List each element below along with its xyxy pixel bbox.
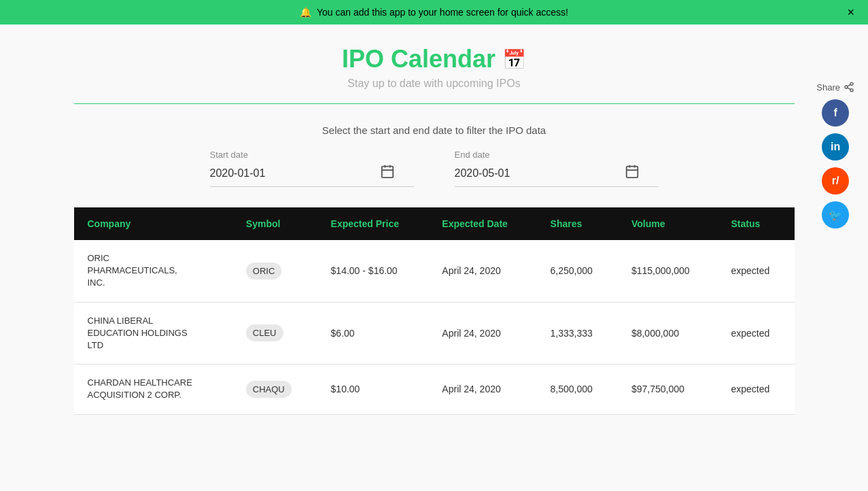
main-content: IPO Calendar 📅 Stay up to date with upco… — [60, 24, 808, 435]
filter-section: Select the start and end date to filter … — [74, 124, 795, 187]
svg-line-11 — [848, 88, 851, 90]
col-expected-date: Expected Date — [428, 207, 536, 240]
share-text: Share — [816, 82, 840, 92]
table-row: ORIC PHARMACEUTICALS, INC. ORIC $14.00 -… — [74, 240, 795, 302]
cell-company: CHARDAN HEALTHCARE ACQUISITION 2 CORP. — [74, 365, 232, 414]
cell-volume: $115,000,000 — [618, 240, 718, 302]
facebook-share-button[interactable]: f — [822, 99, 849, 126]
twitter-share-button[interactable]: 🐦 — [822, 201, 849, 228]
twitter-icon: 🐦 — [829, 209, 842, 222]
cell-company: CHINA LIBERAL EDUCATION HOLDINGS LTD — [74, 302, 232, 365]
divider — [74, 103, 795, 104]
cell-shares: 1,333,333 — [537, 302, 618, 365]
col-symbol: Symbol — [232, 207, 317, 240]
cell-symbol: CLEU — [232, 302, 317, 365]
share-label: Share — [816, 82, 854, 92]
table-row: CHARDAN HEALTHCARE ACQUISITION 2 CORP. C… — [74, 365, 795, 414]
end-date-calendar-icon[interactable] — [625, 164, 640, 182]
cell-shares: 8,500,000 — [537, 365, 618, 414]
cell-expected-date: April 24, 2020 — [428, 302, 536, 365]
end-date-input[interactable] — [455, 167, 625, 180]
facebook-icon: f — [833, 107, 837, 119]
start-date-wrapper — [210, 164, 414, 187]
linkedin-icon: in — [831, 141, 840, 153]
page-header: IPO Calendar 📅 Stay up to date with upco… — [74, 45, 795, 90]
linkedin-share-button[interactable]: in — [822, 133, 849, 160]
col-volume: Volume — [618, 207, 718, 240]
start-date-calendar-icon[interactable] — [380, 164, 395, 182]
svg-rect-0 — [381, 167, 393, 177]
svg-point-10 — [850, 89, 853, 92]
notification-message: You can add this app to your home screen… — [317, 7, 568, 18]
notification-banner: 🔔 You can add this app to your home scre… — [0, 0, 868, 24]
cell-company: ORIC PHARMACEUTICALS, INC. — [74, 240, 232, 302]
cell-symbol: CHAQU — [232, 365, 317, 414]
svg-line-12 — [848, 84, 851, 86]
cell-volume: $8,000,000 — [618, 302, 718, 365]
page-title: IPO Calendar 📅 — [342, 45, 526, 73]
col-shares: Shares — [537, 207, 618, 240]
page-subtitle: Stay up to date with upcoming IPOs — [74, 78, 795, 90]
start-date-label: Start date — [210, 150, 248, 160]
start-date-input[interactable] — [210, 167, 380, 180]
svg-rect-4 — [626, 167, 638, 177]
svg-point-9 — [845, 86, 848, 88]
col-status: Status — [717, 207, 794, 240]
cell-volume: $97,750,000 — [618, 365, 718, 414]
share-icon — [844, 82, 854, 92]
cell-expected-date: April 24, 2020 — [428, 365, 536, 414]
reddit-share-button[interactable]: r/ — [822, 167, 849, 194]
cell-status: expected — [717, 240, 794, 302]
filter-label: Select the start and end date to filter … — [74, 124, 795, 136]
col-expected-price: Expected Price — [317, 207, 429, 240]
table-row: CHINA LIBERAL EDUCATION HOLDINGS LTD CLE… — [74, 302, 795, 365]
bell-icon: 🔔 — [300, 7, 311, 18]
cell-status: expected — [717, 365, 794, 414]
ipo-table: Company Symbol Expected Price Expected D… — [74, 207, 795, 415]
cell-expected-price: $10.00 — [317, 365, 429, 414]
cell-expected-date: April 24, 2020 — [428, 240, 536, 302]
start-date-field: Start date — [210, 150, 414, 187]
end-date-field: End date — [455, 150, 659, 187]
table-header-row: Company Symbol Expected Price Expected D… — [74, 207, 795, 240]
col-company: Company — [74, 207, 232, 240]
date-inputs: Start date End date — [74, 150, 795, 187]
cell-expected-price: $6.00 — [317, 302, 429, 365]
end-date-label: End date — [455, 150, 490, 160]
cell-expected-price: $14.00 - $16.00 — [317, 240, 429, 302]
cell-shares: 6,250,000 — [537, 240, 618, 302]
cell-symbol: ORIC — [232, 240, 317, 302]
end-date-wrapper — [455, 164, 659, 187]
cell-status: expected — [717, 302, 794, 365]
title-text: IPO Calendar — [342, 45, 496, 73]
share-sidebar: Share f in r/ 🐦 — [816, 82, 854, 228]
notification-close-button[interactable]: × — [847, 5, 854, 20]
svg-point-8 — [850, 82, 853, 85]
reddit-icon: r/ — [832, 175, 839, 187]
calendar-icon: 📅 — [502, 48, 526, 71]
